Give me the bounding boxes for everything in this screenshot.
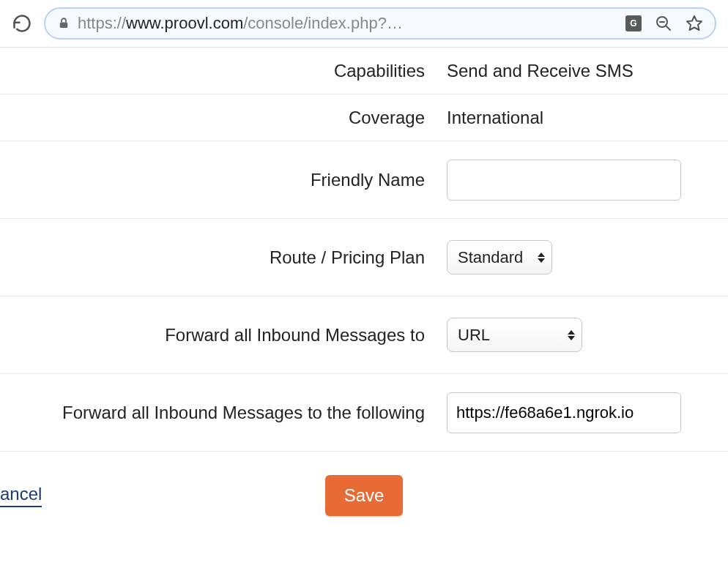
translate-glyph: G xyxy=(630,18,636,29)
forward-to-select[interactable]: URL xyxy=(447,318,582,352)
forward-url-input[interactable] xyxy=(447,392,681,433)
route-label: Route / Pricing Plan xyxy=(15,247,447,268)
address-bar[interactable]: https://www.proovl.com/console/index.php… xyxy=(44,7,716,40)
url-host: www.proovl.com xyxy=(126,14,243,32)
cancel-link[interactable]: ancel xyxy=(0,484,42,507)
url-protocol: https:// xyxy=(78,14,126,32)
row-forward-url: Forward all Inbound Messages to the foll… xyxy=(0,374,728,452)
settings-form: Capabilities Send and Receive SMS Covera… xyxy=(0,47,728,539)
capabilities-label: Capabilities xyxy=(15,61,447,81)
coverage-label: Coverage xyxy=(15,108,447,128)
row-capabilities: Capabilities Send and Receive SMS xyxy=(0,48,728,94)
translate-icon[interactable]: G xyxy=(625,15,642,31)
row-route: Route / Pricing Plan Standard xyxy=(0,219,728,296)
route-select[interactable]: Standard xyxy=(447,240,552,274)
lock-icon xyxy=(57,17,70,30)
browser-toolbar: https://www.proovl.com/console/index.php… xyxy=(0,0,728,47)
zoom-out-icon[interactable] xyxy=(655,15,672,32)
action-row: ancel Save xyxy=(0,452,728,539)
svg-line-2 xyxy=(666,26,670,30)
save-button[interactable]: Save xyxy=(325,475,404,516)
url-text: https://www.proovl.com/console/index.php… xyxy=(78,14,403,33)
capabilities-value: Send and Receive SMS xyxy=(447,61,634,81)
coverage-value: International xyxy=(447,108,543,128)
row-coverage: Coverage International xyxy=(0,94,728,141)
friendly-name-label: Friendly Name xyxy=(15,170,447,190)
row-friendly-name: Friendly Name xyxy=(0,141,728,219)
svg-rect-0 xyxy=(60,23,68,29)
forward-url-label: Forward all Inbound Messages to the foll… xyxy=(15,403,447,423)
reload-icon[interactable] xyxy=(12,13,32,34)
svg-marker-4 xyxy=(687,16,702,30)
url-path: /console/index.php?… xyxy=(243,14,403,32)
address-bar-actions: G xyxy=(625,15,703,32)
forward-to-label: Forward all Inbound Messages to xyxy=(15,325,447,345)
friendly-name-input[interactable] xyxy=(447,160,681,201)
star-icon[interactable] xyxy=(686,15,703,32)
row-forward-to: Forward all Inbound Messages to URL xyxy=(0,296,728,374)
